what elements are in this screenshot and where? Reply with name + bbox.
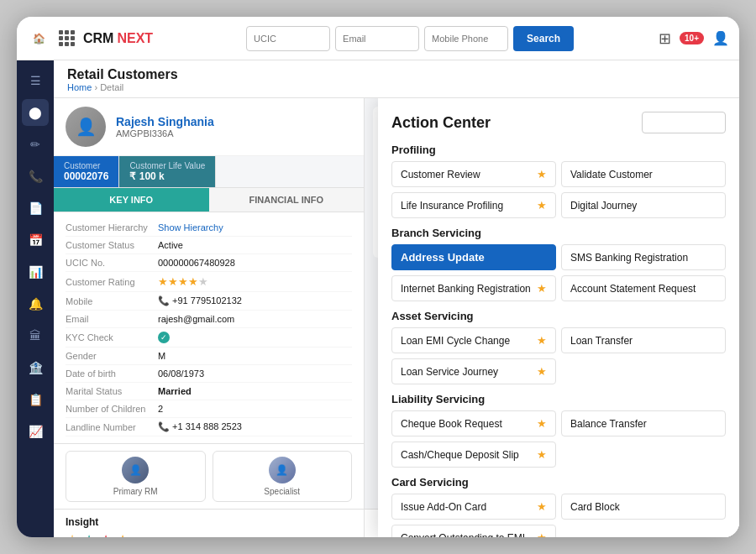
action-sms-banking[interactable]: SMS Banking Registration (561, 244, 726, 270)
insight-section: Insight ☆ ★ ★ ★ … (54, 509, 364, 537)
action-customer-review[interactable]: Customer Review ★ (391, 161, 556, 187)
rm-specialist-avatar: 👤 (269, 457, 296, 483)
sidebar-doc-icon[interactable]: 📄 (22, 195, 49, 222)
star-cash-cheque[interactable]: ★ (537, 448, 547, 461)
info-row-landline: Landline Number 📞 +1 314 888 2523 (66, 418, 352, 436)
action-convert-emi[interactable]: Convert Outstanding to EMI ★ (391, 525, 556, 537)
action-balance-transfer[interactable]: Balance Transfer (561, 410, 726, 436)
info-row-email: Email rajesh@gmail.com (66, 311, 352, 328)
top-navigation: 🏠 CRMNEXT Search ⊞ 10+ 👤 (17, 17, 739, 60)
app-logo: CRMNEXT (83, 31, 153, 46)
action-digital-journey[interactable]: Digital Journey (561, 192, 726, 218)
tab-key-info[interactable]: KEY INFO (54, 188, 209, 212)
info-row-status: Customer Status Active (66, 237, 352, 254)
grid-menu-icon[interactable] (59, 30, 75, 46)
stat-customer-value: Customer Life Value ₹ 100 k (119, 156, 216, 187)
star-life-insurance[interactable]: ★ (537, 199, 547, 212)
search-button[interactable]: Search (513, 26, 574, 51)
star-loan-emi[interactable]: ★ (537, 334, 547, 347)
customer-stats: Customer 00002076 Customer Life Value ₹ … (54, 156, 364, 188)
right-panel: 80.0 60.0 50.0 40.0 20.0 (365, 98, 739, 537)
user-icon[interactable]: 👤 (712, 30, 729, 46)
content-area: Retail Customers Home › Detail 👤 Rajesh … (54, 60, 739, 537)
email-input[interactable] (335, 26, 419, 51)
info-row-dob: Date of birth 06/08/1973 (66, 365, 352, 383)
asset-servicing-grid: Loan EMI Cycle Change ★ Loan Transfer Lo… (391, 327, 726, 384)
apps-icon[interactable]: ⊞ (659, 29, 671, 48)
customer-tabs: KEY INFO FINANCIAL INFO (54, 188, 364, 212)
section-liability-servicing: Liability Servicing (391, 393, 726, 405)
ucic-input[interactable] (246, 26, 330, 51)
action-issue-addon[interactable]: Issue Add-On Card ★ (391, 494, 556, 520)
star-issue-addon[interactable]: ★ (537, 500, 547, 513)
rm-specialist-label: Specialist (264, 487, 300, 496)
info-row-kyc: KYC Check ✓ (66, 328, 352, 348)
action-empty-asset (561, 358, 726, 384)
profiling-grid: Customer Review ★ Validate Customer Life… (391, 161, 726, 218)
sidebar-menu-icon[interactable]: ☰ (22, 67, 49, 94)
sidebar-edit-icon[interactable]: ✏ (22, 131, 49, 158)
branch-servicing-grid: Address Update SMS Banking Registration … (391, 244, 726, 301)
card-servicing-grid: Issue Add-On Card ★ Card Block Convert O… (391, 494, 726, 537)
breadcrumb-detail: Detail (100, 82, 123, 92)
rm-primary-card: 👤 Primary RM (66, 451, 206, 502)
rm-primary-avatar: 👤 (122, 457, 149, 483)
action-life-insurance[interactable]: Life Insurance Profiling ★ (391, 192, 556, 218)
customer-id: AMGPBI336A (116, 128, 214, 138)
action-center-search[interactable] (642, 112, 726, 133)
info-row-mobile: Mobile 📞 +91 7795102132 (66, 292, 352, 311)
notification-badge[interactable]: 10+ (680, 32, 704, 44)
stat-customer-no: Customer 00002076 (54, 156, 119, 187)
main-area: ☰ ⬤ ✏ 📞 📄 📅 📊 🔔 🏛 🏦 📋 📈 Retail Customers… (17, 60, 739, 537)
star-customer-review[interactable]: ★ (537, 168, 547, 180)
action-empty-card (561, 525, 726, 537)
sidebar-chart-icon[interactable]: 📊 (22, 259, 49, 285)
action-center-panel: Action Center Profiling Customer Review … (378, 98, 739, 537)
action-account-statement[interactable]: Account Statement Request (561, 275, 726, 301)
info-row-hierarchy: Customer Hierarchy Show Hierarchy (66, 219, 352, 237)
star-internet-banking[interactable]: ★ (537, 282, 547, 295)
rm-specialist-card: 👤 Specialist (213, 451, 353, 502)
sidebar-bank-icon[interactable]: 🏛 (22, 322, 49, 349)
search-bar: Search (170, 26, 650, 51)
left-sidebar: ☰ ⬤ ✏ 📞 📄 📅 📊 🔔 🏛 🏦 📋 📈 (17, 60, 54, 537)
home-button[interactable]: 🏠 (27, 27, 50, 50)
action-center-title: Action Center (391, 114, 491, 132)
mobile-input[interactable] (424, 26, 508, 51)
action-loan-emi[interactable]: Loan EMI Cycle Change ★ (391, 327, 556, 353)
action-card-block[interactable]: Card Block (561, 494, 726, 520)
star-convert-emi[interactable]: ★ (537, 531, 547, 537)
page-header: Retail Customers Home › Detail (54, 60, 739, 98)
rm-section: 👤 Primary RM 👤 Specialist (54, 443, 364, 509)
action-center-header: Action Center (391, 112, 726, 133)
section-profiling: Profiling (391, 144, 726, 156)
action-empty-liability (561, 442, 726, 468)
action-internet-banking[interactable]: Internet Banking Registration ★ (391, 275, 556, 301)
sidebar-stats-icon[interactable]: 📈 (22, 418, 49, 445)
sidebar-building-icon[interactable]: 🏦 (22, 354, 49, 381)
action-cash-cheque[interactable]: Cash/Cheque Deposit Slip ★ (391, 442, 556, 468)
avatar: 👤 (66, 107, 106, 147)
insight-title: Insight (66, 516, 352, 528)
breadcrumb-home[interactable]: Home (67, 82, 92, 92)
info-row-ucic: UCIC No. 000000067480928 (66, 254, 352, 272)
left-panel: 👤 Rajesh Singhania AMGPBI336A Customer 0… (54, 98, 365, 537)
action-address-update[interactable]: Address Update (391, 244, 556, 270)
sidebar-clipboard-icon[interactable]: 📋 (22, 386, 49, 413)
action-loan-service[interactable]: Loan Service Journey ★ (391, 358, 556, 384)
section-card-servicing: Card Servicing (391, 476, 726, 489)
sidebar-home-icon[interactable]: ⬤ (22, 99, 49, 126)
top-nav-right: ⊞ 10+ 👤 (659, 29, 729, 48)
action-loan-transfer[interactable]: Loan Transfer (561, 327, 726, 353)
action-cheque-book[interactable]: Cheque Book Request ★ (391, 410, 556, 436)
liability-servicing-grid: Cheque Book Request ★ Balance Transfer C… (391, 410, 726, 468)
hierarchy-link[interactable]: Show Hierarchy (158, 222, 223, 233)
star-loan-service[interactable]: ★ (537, 365, 547, 378)
section-branch-servicing: Branch Servicing (391, 227, 726, 239)
sidebar-bell-icon[interactable]: 🔔 (22, 290, 49, 317)
tab-financial-info[interactable]: FINANCIAL INFO (209, 188, 365, 212)
action-validate-customer[interactable]: Validate Customer (561, 161, 726, 187)
sidebar-calendar-icon[interactable]: 📅 (22, 227, 49, 253)
sidebar-phone-icon[interactable]: 📞 (22, 163, 49, 190)
star-cheque-book[interactable]: ★ (537, 417, 547, 430)
